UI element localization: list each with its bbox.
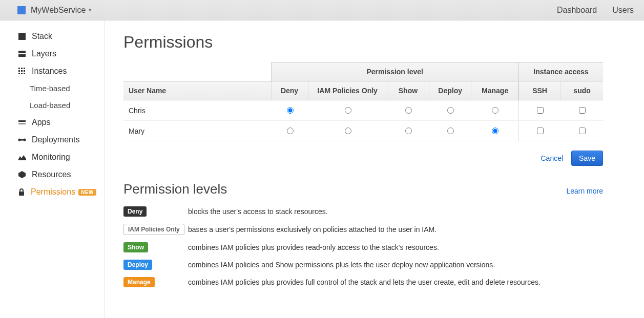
cell-perm	[471, 100, 519, 121]
level-pill-iam: IAM Policies Only	[123, 224, 184, 235]
sidebar-label-time-based: Time-based	[30, 84, 70, 93]
level-row-deny: Denyblocks the user's access to stack re…	[123, 206, 603, 217]
topbar: MyWebService ▾ Dashboard Users	[0, 0, 644, 20]
svg-rect-10	[21, 73, 23, 74]
cell-access	[561, 100, 603, 121]
chevron-down-icon: ▾	[89, 7, 92, 13]
svg-rect-16	[19, 139, 25, 141]
col-show: Show	[387, 81, 429, 100]
ssh-checkbox[interactable]	[537, 107, 544, 114]
sidebar-item-layers[interactable]: Layers	[0, 45, 105, 62]
sidebar-item-permissions[interactable]: Permissions NEW	[0, 183, 105, 201]
cell-access	[518, 100, 560, 121]
section-title-levels: Permission levels	[123, 181, 227, 197]
cell-access	[518, 121, 560, 141]
sidebar-label-load-based: Load-based	[30, 101, 70, 110]
monitoring-icon	[17, 153, 27, 161]
svg-rect-3	[18, 68, 20, 69]
table-group-permission-level: Permission level	[271, 62, 518, 81]
nav-dashboard[interactable]: Dashboard	[557, 6, 597, 15]
level-pill-show: Show	[123, 242, 148, 252]
cell-perm	[429, 121, 471, 141]
table-row: Mary	[123, 121, 603, 141]
cell-perm	[271, 100, 308, 121]
perm-radio[interactable]	[405, 107, 412, 114]
level-desc-manage: combines IAM policies plus provides full…	[188, 278, 541, 286]
col-deploy: Deploy	[429, 81, 471, 100]
sidebar: Stack Layers Instances Time-based Load-b…	[0, 20, 105, 318]
svg-marker-17	[18, 155, 26, 160]
ssh-checkbox[interactable]	[537, 128, 544, 134]
col-manage: Manage	[471, 81, 519, 100]
perm-radio[interactable]	[345, 128, 351, 134]
table-group-instance-access: Instance access	[518, 62, 603, 81]
level-pill-manage: Manage	[123, 277, 155, 287]
actions-row: Cancel Save	[123, 151, 603, 166]
col-ssh: SSH	[518, 81, 560, 100]
svg-rect-1	[18, 51, 26, 53]
perm-radio[interactable]	[447, 128, 454, 134]
sidebar-item-apps[interactable]: Apps	[0, 114, 105, 131]
lock-icon	[17, 188, 26, 196]
apps-icon	[17, 118, 27, 126]
layers-icon	[17, 50, 27, 58]
col-sudo: sudo	[561, 81, 603, 100]
sidebar-label-layers: Layers	[32, 49, 56, 58]
perm-radio[interactable]	[492, 107, 498, 114]
perm-radio[interactable]	[345, 107, 351, 114]
col-deny: Deny	[271, 81, 308, 100]
sidebar-item-resources[interactable]: Resources	[0, 166, 105, 183]
sidebar-label-resources: Resources	[32, 170, 71, 179]
sidebar-item-time-based[interactable]: Time-based	[0, 80, 105, 97]
svg-rect-4	[21, 68, 23, 69]
sidebar-label-deployments: Deployments	[32, 135, 79, 144]
cancel-link[interactable]: Cancel	[541, 154, 563, 162]
level-row-manage: Managecombines IAM policies plus provide…	[123, 277, 603, 287]
page-title: Permissions	[123, 33, 603, 52]
sidebar-label-apps: Apps	[32, 118, 50, 127]
svg-rect-9	[18, 73, 20, 74]
sidebar-item-monitoring[interactable]: Monitoring	[0, 149, 105, 166]
svg-rect-19	[19, 192, 24, 196]
perm-radio[interactable]	[287, 128, 294, 134]
svg-rect-8	[24, 70, 25, 72]
cell-user-name: Mary	[123, 121, 271, 141]
nav-users[interactable]: Users	[612, 6, 634, 15]
perm-radio[interactable]	[492, 128, 498, 134]
svg-rect-2	[18, 54, 26, 57]
sidebar-item-deployments[interactable]: Deployments	[0, 131, 105, 149]
col-iam: IAM Policies Only	[308, 81, 387, 100]
table-row: Chris	[123, 100, 603, 121]
perm-radio[interactable]	[287, 107, 294, 114]
sidebar-label-permissions: Permissions	[31, 187, 75, 197]
perm-radio[interactable]	[447, 107, 454, 114]
sidebar-label-monitoring: Monitoring	[32, 153, 70, 162]
learn-more-link[interactable]: Learn more	[566, 187, 603, 195]
svg-rect-5	[24, 68, 25, 69]
instances-icon	[17, 67, 27, 75]
service-selector[interactable]: MyWebService ▾	[31, 6, 92, 15]
svg-marker-18	[18, 171, 26, 178]
svg-rect-6	[18, 70, 20, 72]
svg-rect-11	[24, 73, 25, 74]
sidebar-label-instances: Instances	[32, 67, 67, 76]
new-badge: NEW	[78, 189, 96, 196]
stack-icon	[17, 32, 27, 40]
sidebar-item-load-based[interactable]: Load-based	[0, 97, 105, 114]
level-row-show: Showcombines IAM policies plus provides …	[123, 242, 603, 252]
permission-levels-list: Denyblocks the user's access to stack re…	[123, 206, 603, 287]
level-pill-deny: Deny	[123, 206, 147, 217]
sidebar-item-stack[interactable]: Stack	[0, 28, 105, 45]
sidebar-item-instances[interactable]: Instances	[0, 62, 105, 80]
sudo-checkbox[interactable]	[579, 128, 586, 134]
perm-radio[interactable]	[405, 128, 412, 134]
cell-user-name: Chris	[123, 100, 271, 121]
sudo-checkbox[interactable]	[579, 107, 586, 114]
level-pill-deploy: Deploy	[123, 260, 152, 270]
svg-rect-13	[18, 123, 26, 124]
level-desc-show: combines IAM policies plus provides read…	[188, 243, 439, 251]
save-button[interactable]: Save	[571, 151, 603, 166]
sidebar-label-stack: Stack	[32, 32, 52, 41]
svg-rect-0	[18, 33, 26, 40]
permissions-table: Permission level Instance access User Na…	[123, 62, 603, 141]
